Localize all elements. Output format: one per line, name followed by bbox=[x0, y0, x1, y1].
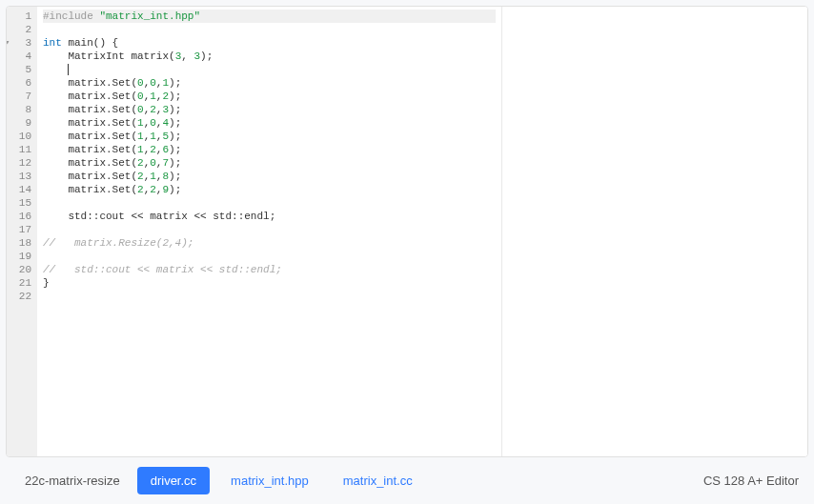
code-line: // matrix.Resize(2,4); bbox=[43, 236, 496, 250]
code-line bbox=[43, 23, 496, 36]
editor-container: 1 2 ▾3 4 5 6 7 8 9 10 11 12 13 14 15 16 … bbox=[6, 6, 808, 457]
gutter-line: ▾3 bbox=[7, 36, 37, 50]
editor-brand-label: CS 128 A+ Editor bbox=[703, 474, 799, 488]
gutter-line: 1 bbox=[7, 10, 37, 23]
code-line: matrix.Set(2,1,8); bbox=[43, 170, 496, 183]
gutter-line: 7 bbox=[7, 90, 37, 103]
tab-driver-cc[interactable]: driver.cc bbox=[137, 467, 210, 494]
fold-toggle-icon[interactable]: ▾ bbox=[6, 36, 10, 50]
gutter-line: 19 bbox=[7, 250, 37, 263]
gutter-line: 22 bbox=[7, 290, 37, 303]
code-line: #include "matrix_int.hpp" bbox=[43, 10, 496, 23]
gutter-line: 6 bbox=[7, 76, 37, 90]
gutter-line: 4 bbox=[7, 50, 37, 63]
gutter-line: 16 bbox=[7, 210, 37, 223]
code-line bbox=[43, 290, 496, 303]
gutter-line: 9 bbox=[7, 116, 37, 130]
code-line bbox=[43, 63, 496, 76]
code-line: MatrixInt matrix(3, 3); bbox=[43, 50, 496, 63]
code-line: matrix.Set(2,0,7); bbox=[43, 156, 496, 170]
code-line: matrix.Set(0,1,2); bbox=[43, 90, 496, 103]
code-editor[interactable]: #include "matrix_int.hpp" int main() { M… bbox=[37, 7, 501, 456]
line-number-gutter: 1 2 ▾3 4 5 6 7 8 9 10 11 12 13 14 15 16 … bbox=[7, 7, 37, 456]
gutter-line: 11 bbox=[7, 143, 37, 156]
gutter-line: 2 bbox=[7, 23, 37, 36]
code-line: } bbox=[43, 276, 496, 290]
code-line: matrix.Set(1,0,4); bbox=[43, 116, 496, 130]
gutter-line: 15 bbox=[7, 196, 37, 210]
gutter-line: 14 bbox=[7, 183, 37, 196]
gutter-line: 21 bbox=[7, 276, 37, 290]
gutter-line: 12 bbox=[7, 156, 37, 170]
gutter-line: 20 bbox=[7, 263, 37, 276]
gutter-line: 10 bbox=[7, 130, 37, 143]
code-line: matrix.Set(0,0,1); bbox=[43, 76, 496, 90]
project-name: 22c-matrix-resize bbox=[15, 468, 130, 494]
code-line: matrix.Set(1,2,6); bbox=[43, 143, 496, 156]
gutter-line: 18 bbox=[7, 236, 37, 250]
tab-matrix-int-hpp[interactable]: matrix_int.hpp bbox=[217, 467, 322, 494]
code-line: std::cout << matrix << std::endl; bbox=[43, 210, 496, 223]
right-pane bbox=[502, 7, 807, 456]
code-line: // std::cout << matrix << std::endl; bbox=[43, 263, 496, 276]
gutter-line: 8 bbox=[7, 103, 37, 116]
code-line bbox=[43, 250, 496, 263]
code-line: matrix.Set(0,2,3); bbox=[43, 103, 496, 116]
text-cursor bbox=[68, 64, 69, 75]
code-line: int main() { bbox=[43, 36, 496, 50]
code-line: matrix.Set(1,1,5); bbox=[43, 130, 496, 143]
gutter-line: 13 bbox=[7, 170, 37, 183]
code-line: matrix.Set(2,2,9); bbox=[43, 183, 496, 196]
gutter-line: 5 bbox=[7, 63, 37, 76]
gutter-line: 17 bbox=[7, 223, 37, 236]
code-line bbox=[43, 196, 496, 210]
code-line bbox=[43, 223, 496, 236]
bottom-bar: 22c-matrix-resize driver.cc matrix_int.h… bbox=[0, 457, 814, 504]
tab-matrix-int-cc[interactable]: matrix_int.cc bbox=[330, 467, 426, 494]
